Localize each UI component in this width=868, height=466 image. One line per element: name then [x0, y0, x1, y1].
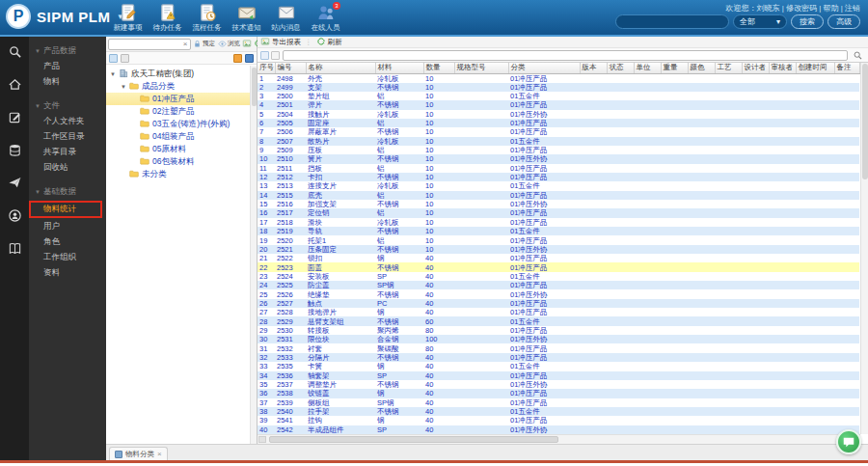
column-header[interactable]: 设计者: [742, 63, 769, 73]
column-header[interactable]: 单位: [634, 63, 661, 73]
table-row[interactable]: 102510簧片不锈钢1001冲压外协: [258, 154, 859, 163]
table-row[interactable]: 332535卡簧钢4001五金件: [258, 362, 859, 370]
table-row[interactable]: 342536轴套架SP4001冲压产品: [258, 371, 859, 380]
column-header[interactable]: 工艺: [715, 63, 742, 73]
table-row[interactable]: 142515底壳铝1001冲压产品: [258, 191, 859, 200]
sidebar-item[interactable]: 物料: [29, 74, 106, 90]
column-header[interactable]: 分类: [508, 63, 580, 73]
table-row[interactable]: 262527触点PC4001冲压产品: [258, 299, 859, 308]
rail-edit-icon[interactable]: [0, 102, 29, 135]
table-row[interactable]: 22499支架不锈钢1001冲压产品: [258, 83, 859, 92]
header-tool-doc-clock[interactable]: 流程任务: [187, 2, 227, 35]
tree-node[interactable]: 05原材料: [106, 143, 250, 155]
brand-menu[interactable]: P SIPM PLM ▾: [6, 4, 122, 29]
rail-book-icon[interactable]: [0, 233, 29, 266]
table-row[interactable]: 122512卡扣不锈钢1001冲压产品: [258, 173, 859, 181]
table-row[interactable]: 382540拉手架不锈钢4001五金件: [258, 407, 859, 416]
rail-database-icon[interactable]: [0, 135, 29, 168]
column-header[interactable]: 重量: [661, 63, 688, 73]
tree-root-node[interactable]: ▼欣天工精密(集团): [106, 68, 250, 80]
column-header[interactable]: 创建时间: [796, 63, 834, 73]
table-row[interactable]: 182519导轨不锈钢1001五金件: [258, 227, 859, 235]
bottom-panel-tab[interactable]: 物料分类 ×: [109, 447, 168, 460]
sidebar-item[interactable]: 共享目录: [29, 145, 106, 160]
advanced-search-button[interactable]: 高级: [827, 14, 860, 29]
table-row[interactable]: 72506屏蔽罩片不锈钢1001冲压产品: [258, 127, 859, 136]
table-row[interactable]: 242525防尘盖SP钢4001冲压产品: [258, 281, 859, 289]
table-row[interactable]: 162517定位销铝1001冲压产品: [258, 208, 859, 217]
table-row[interactable]: 392541挂钩钢4001冲压产品: [258, 416, 859, 425]
quick-search-input[interactable]: [283, 50, 848, 61]
column-header[interactable]: 颜色: [688, 63, 715, 73]
refresh-table-button[interactable]: 刷新: [316, 37, 342, 48]
table-row[interactable]: 252526绝缘垫不锈钢4001冲压外协: [258, 289, 859, 298]
column-header[interactable]: 审核者: [769, 63, 796, 73]
sidebar-item[interactable]: 回收站: [29, 160, 106, 176]
table-row[interactable]: 42501弹片不锈钢1001冲压产品: [258, 100, 859, 109]
table-row[interactable]: 52504接触片冷轧板1001冲压外协: [258, 110, 859, 119]
magnifier-icon[interactable]: [851, 49, 864, 61]
table-row[interactable]: 32500垫片组铝1001五金件: [258, 92, 859, 100]
table-row[interactable]: 82507散热片冷轧板1001五金件: [258, 137, 859, 146]
column-header[interactable]: 序号: [258, 63, 275, 73]
table-row[interactable]: 362538铰链盖钢4001冲压产品: [258, 389, 859, 397]
tree-node[interactable]: ▼成品分类: [106, 80, 250, 93]
sidebar-item[interactable]: 角色: [29, 234, 106, 250]
clear-filter-icon[interactable]: ×: [180, 40, 190, 48]
header-tool-mail[interactable]: 技术通知: [227, 2, 266, 35]
export-report-button[interactable]: 导出报表: [260, 37, 301, 48]
table-row[interactable]: 312532衬套聚碳酸8001冲压产品: [258, 343, 859, 352]
table-row[interactable]: 112511挡板铝1001冲压产品: [258, 164, 859, 173]
tree-filter-input[interactable]: [109, 41, 180, 47]
tree-vertical-scrollbar[interactable]: [250, 66, 257, 444]
sidebar-item[interactable]: 产品: [29, 59, 106, 74]
table-row[interactable]: 212522锁扣钢4001冲压产品: [258, 254, 859, 262]
table-vertical-scrollbar[interactable]: [860, 63, 868, 434]
table-row[interactable]: 12498外壳冷轧板1001冲压产品: [258, 73, 859, 83]
column-header[interactable]: 数量: [423, 63, 454, 73]
search-button[interactable]: 搜索: [791, 14, 824, 29]
rail-search-icon[interactable]: [0, 37, 29, 69]
table-row[interactable]: 202521压条固定不锈钢1001冲压外协: [258, 245, 859, 254]
table-row[interactable]: 192520托架1铝1001冲压产品: [258, 235, 859, 244]
sidebar-group-header[interactable]: ▼文件: [29, 97, 106, 114]
tree-node[interactable]: 未分类: [106, 168, 250, 180]
clear-filter-icon[interactable]: [271, 51, 280, 60]
table-row[interactable]: 272528接地弹片钢4001冲压产品: [258, 308, 859, 316]
table-row[interactable]: 132513连接支片冷轧板1001五金件: [258, 181, 859, 190]
tree-node[interactable]: 04组装产品: [106, 130, 250, 143]
header-tool-doc-warning[interactable]: 待办任务: [148, 2, 187, 35]
table-row[interactable]: 92509压板铝1001冲压产品: [258, 146, 859, 154]
filter-icon[interactable]: [260, 51, 269, 60]
collapse-all-icon[interactable]: [121, 54, 129, 63]
table-row[interactable]: 222523面盖不锈钢4001冲压产品: [258, 262, 859, 271]
close-icon[interactable]: ×: [157, 450, 162, 458]
table-row[interactable]: 372539侧板组SP钢4001冲压产品: [258, 398, 859, 407]
header-tool-users[interactable]: 在线人员3: [306, 2, 345, 35]
online-chat-button[interactable]: [836, 429, 861, 454]
sidebar-group-header[interactable]: ▼产品数据: [29, 42, 106, 59]
rail-support-icon[interactable]: [0, 201, 29, 233]
column-header[interactable]: 规格型号: [454, 63, 508, 73]
table-row[interactable]: 232524安装板SP4001五金件: [258, 272, 859, 281]
sidebar-item[interactable]: 用户: [29, 219, 106, 234]
tree-node[interactable]: 06包装材料: [106, 155, 250, 168]
global-search-input[interactable]: [615, 14, 729, 29]
table-row[interactable]: 302531限位块合金钢10001冲压外协: [258, 335, 859, 343]
search-scope-select[interactable]: 全部 ▾: [733, 14, 787, 29]
tree-tool-eye[interactable]: 浏览: [218, 40, 240, 49]
table-row[interactable]: 62505固定座铝1001冲压产品: [258, 119, 859, 127]
table-row[interactable]: 402542半成品组件SP4001冲压外协: [258, 425, 859, 434]
table-row[interactable]: 352537调整垫片不锈钢4001冲压外协: [258, 380, 859, 389]
locate-node-icon[interactable]: [233, 54, 242, 63]
tree-node[interactable]: 01冲压产品: [106, 93, 250, 105]
table-row[interactable]: 322533分隔片不锈钢4001冲压产品: [258, 353, 859, 362]
sidebar-item[interactable]: 资料: [29, 265, 106, 281]
user-bar[interactable]: 欢迎您：刘晓东 | 修改密码 | 帮助 | 注销: [725, 3, 860, 14]
table-row[interactable]: 282529悬臂支架组不锈钢6001五金件: [258, 316, 859, 325]
header-tool-envelope[interactable]: 站内消息: [266, 2, 306, 35]
rail-send-icon[interactable]: [0, 168, 29, 201]
column-header[interactable]: 状态: [607, 63, 634, 73]
column-header[interactable]: 版本: [580, 63, 607, 73]
header-tool-doc-edit[interactable]: 新建事项: [108, 2, 148, 35]
